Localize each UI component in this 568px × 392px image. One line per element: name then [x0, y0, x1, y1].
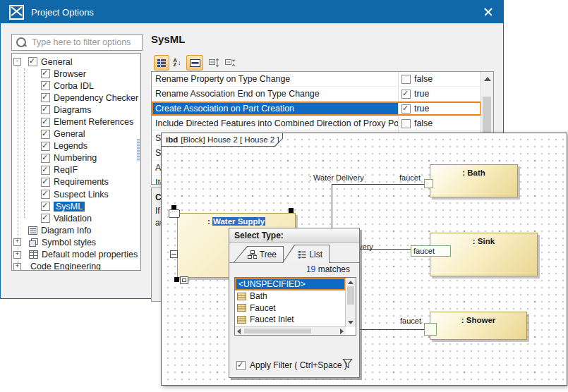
smart-manipulator-icon[interactable]: ···: [169, 209, 180, 218]
option-row[interactable]: Rename Property on Type Change false: [152, 72, 493, 87]
list-horizontal-scrollbar[interactable]: [235, 326, 346, 335]
scroll-up-icon[interactable]: [484, 77, 491, 81]
selection-handle[interactable]: [289, 208, 294, 213]
checkbox-checked[interactable]: [28, 57, 37, 66]
collapse-icon[interactable]: -: [13, 58, 21, 66]
checkbox-checked[interactable]: [41, 130, 50, 139]
tree-item-reqif[interactable]: ReqIF: [12, 164, 140, 176]
checkbox-checked[interactable]: [41, 93, 50, 102]
diagram-title: [Block] House 2 [ House 2 ]: [181, 135, 279, 144]
checkbox-checked[interactable]: [41, 178, 50, 187]
scrollbar-thumb[interactable]: [483, 97, 491, 135]
expand-icon[interactable]: +: [13, 251, 21, 259]
tree-item-legends[interactable]: Legends: [12, 140, 140, 152]
tree-scrollbar-thumb[interactable]: [137, 139, 140, 161]
scrollbar-thumb[interactable]: [244, 329, 311, 333]
filter-icon[interactable]: [342, 358, 353, 369]
tree-item-requirements[interactable]: Requirements: [12, 176, 140, 188]
tab-tree[interactable]: Tree: [234, 247, 283, 262]
port-shower-faucet[interactable]: [424, 323, 437, 336]
checkbox-checked[interactable]: [41, 81, 50, 90]
checkbox-checked[interactable]: [41, 142, 50, 151]
collapse-compartment-icon[interactable]: [170, 250, 178, 258]
block-bath[interactable]: : Bath: [430, 164, 518, 197]
checkbox-checked[interactable]: [41, 69, 50, 78]
port-label[interactable]: faucet: [399, 173, 421, 182]
ibd-diagram-window[interactable]: ibd [Block] House 2 [ House 2 ] : Water …: [161, 133, 567, 386]
list-vertical-scrollbar[interactable]: [345, 278, 356, 327]
categorized-view-button[interactable]: [154, 55, 169, 71]
scroll-right-icon[interactable]: [340, 329, 344, 334]
tree-item-element-references[interactable]: Element References: [12, 116, 140, 128]
option-row-selected[interactable]: Create Association on Part Creation true: [152, 102, 493, 116]
option-value[interactable]: true: [398, 102, 493, 116]
tab-list[interactable]: List: [283, 245, 329, 263]
tree-item-label: ReqIF: [54, 165, 78, 175]
tree-item-browser[interactable]: Browser: [12, 68, 140, 80]
tree-item-default-model-properties[interactable]: + Default model properties: [12, 249, 140, 261]
list-item-bath[interactable]: Bath: [235, 290, 346, 302]
scrollbar-thumb[interactable]: [347, 286, 354, 305]
tree-item-label: Code Engineering: [30, 262, 101, 271]
checkbox-unchecked[interactable]: [401, 119, 411, 128]
expand-icon[interactable]: +: [13, 263, 21, 271]
option-value[interactable]: true: [398, 87, 493, 101]
tree-item-code-engineering[interactable]: + Code Engineering: [12, 261, 140, 271]
selection-handle[interactable]: [174, 277, 179, 282]
scroll-up-icon[interactable]: [348, 281, 354, 284]
list-item-unspecified[interactable]: <UNSPECIFIED>: [235, 278, 346, 290]
dialog-title-bar[interactable]: Project Options: [1, 1, 503, 23]
tree-item-symbol-styles[interactable]: + Default model properties Symbol styles: [12, 236, 140, 248]
tree-item-diagram-info[interactable]: Diagram Info: [12, 224, 140, 236]
checkbox-checked[interactable]: [236, 361, 246, 370]
checkbox-checked[interactable]: [401, 90, 411, 99]
tree-item-diagrams[interactable]: Diagrams: [12, 104, 140, 116]
expand-icon[interactable]: +: [13, 238, 21, 246]
checkbox-checked[interactable]: [41, 105, 50, 114]
tree-item-validation[interactable]: Validation: [12, 212, 140, 224]
tree-item-label: General: [54, 129, 85, 139]
diagram-frame-tab[interactable]: ibd [Block] House 2 [ House 2 ]: [162, 133, 282, 146]
checkbox-checked[interactable]: [41, 154, 50, 163]
option-value[interactable]: false: [398, 116, 493, 130]
tree-item-suspect-links[interactable]: Suspect Links: [12, 188, 140, 200]
close-icon[interactable]: [479, 5, 497, 19]
port-label[interactable]: faucet: [400, 317, 421, 325]
scroll-left-icon[interactable]: [237, 329, 241, 334]
checkbox-checked[interactable]: [41, 190, 50, 199]
expand-all-button[interactable]: [207, 55, 222, 71]
description-view-button[interactable]: [186, 55, 203, 71]
option-row[interactable]: Include Directed Features into Combined …: [152, 116, 493, 131]
tree-item-numbering[interactable]: Numbering: [12, 152, 140, 164]
tree-item-general-root[interactable]: - General: [12, 56, 140, 68]
option-value[interactable]: false: [398, 72, 493, 86]
list-item-faucet-inlet[interactable]: Faucet Inlet: [235, 314, 346, 326]
sort-alphabetically-button[interactable]: AZ ↓: [169, 55, 185, 71]
port-bath-faucet[interactable]: [424, 179, 433, 188]
tree-item-label: Corba IDL: [54, 81, 94, 91]
filter-input[interactable]: [30, 37, 147, 48]
checkbox-checked[interactable]: [41, 202, 50, 211]
checkbox-checked[interactable]: [41, 166, 50, 175]
search-icon: [16, 37, 26, 47]
collapse-all-button[interactable]: [223, 55, 238, 71]
connector-label[interactable]: : Water Delivery: [309, 173, 364, 182]
structure-indicator-icon[interactable]: [180, 276, 188, 284]
tree-item-label: Requirements: [54, 177, 109, 187]
part-name-editor[interactable]: Water Supply: [212, 217, 265, 226]
scroll-down-icon[interactable]: [348, 321, 354, 324]
tree-item-general[interactable]: General: [12, 128, 140, 140]
checkbox-checked[interactable]: [41, 118, 50, 127]
tree-item-dependency-checker[interactable]: Dependency Checker: [12, 92, 140, 104]
list-item-faucet[interactable]: Faucet: [235, 302, 346, 314]
block-shower[interactable]: : Shower: [430, 312, 527, 340]
tree-item-sysml[interactable]: SysML: [12, 200, 140, 212]
tree-item-corba-idl[interactable]: Corba IDL: [12, 80, 140, 92]
part-sink-faucet[interactable]: faucet: [411, 245, 451, 257]
checkbox-checked[interactable]: [41, 214, 50, 223]
checkbox-checked[interactable]: [401, 104, 411, 114]
block-icon: [237, 304, 246, 312]
description-view-icon: [190, 59, 200, 67]
checkbox-unchecked[interactable]: [401, 75, 411, 84]
option-row[interactable]: Rename Association End on Type Change tr…: [152, 87, 493, 102]
